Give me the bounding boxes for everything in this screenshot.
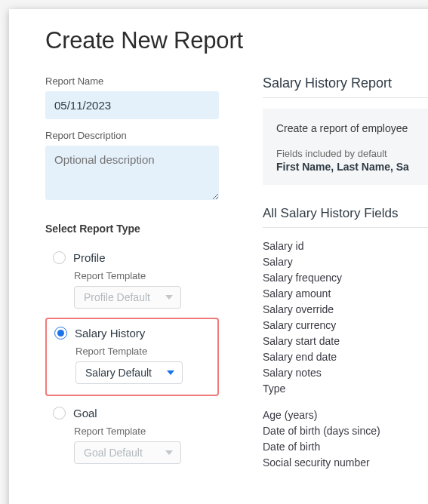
field-list-item: Salary frequency (263, 270, 428, 286)
template-label-goal: Report Template (74, 426, 211, 437)
template-select-goal[interactable]: Goal Default (74, 441, 181, 464)
preview-included-label: Fields included by default (276, 148, 426, 159)
report-type-profile: Profile Report Template Profile Default (45, 245, 219, 318)
field-list-item: Social security number (263, 455, 428, 471)
field-list-item: Salary end date (263, 349, 428, 365)
field-list-item: Type (263, 381, 428, 397)
field-list-item: Salary start date (263, 333, 428, 349)
preview-box: Create a report of employee Fields inclu… (263, 109, 428, 185)
report-description-label: Report Description (45, 130, 219, 141)
field-list-item: Salary (263, 254, 428, 270)
radio-icon (53, 407, 66, 419)
chevron-down-icon (165, 450, 173, 455)
select-report-type-label: Select Report Type (45, 223, 219, 235)
report-name-input[interactable] (45, 91, 219, 119)
form-column: Report Name Report Description Select Re… (45, 75, 219, 473)
field-list-item: Salary id (263, 238, 428, 254)
preview-title: Salary History Report (263, 75, 428, 98)
field-list-item: Salary amount (263, 286, 428, 302)
radio-label-profile: Profile (73, 251, 106, 264)
all-fields-title: All Salary History Fields (263, 206, 428, 228)
radio-salary-history[interactable]: Salary History (54, 327, 210, 340)
field-list-item: Salary override (263, 302, 428, 318)
radio-goal[interactable]: Goal (53, 407, 211, 419)
chevron-down-icon (165, 295, 173, 300)
field-list-item: Age (years) (263, 407, 428, 423)
preview-column: Salary History Report Create a report of… (263, 75, 428, 473)
report-type-salary-history: Salary History Report Template Salary De… (45, 318, 219, 396)
report-type-goal: Goal Report Template Goal Default (45, 401, 219, 473)
field-list-item: Date of birth (263, 439, 428, 455)
report-name-label: Report Name (45, 75, 219, 87)
template-select-profile-value: Profile Default (84, 291, 150, 303)
template-label-profile: Report Template (74, 270, 211, 281)
field-list-item: Salary notes (263, 365, 428, 381)
radio-icon (53, 251, 66, 264)
template-select-profile[interactable]: Profile Default (74, 286, 181, 309)
create-report-panel: Create New Report Report Name Report Des… (9, 9, 428, 504)
template-select-salary[interactable]: Salary Default (75, 361, 183, 384)
field-list-gap (263, 397, 428, 407)
template-label-salary: Report Template (75, 346, 210, 357)
page-title: Create New Report (45, 27, 428, 54)
preview-description: Create a report of employee (276, 122, 426, 134)
report-description-input[interactable] (45, 146, 219, 200)
field-list-item: Salary currency (263, 318, 428, 333)
report-type-radio-group: Profile Report Template Profile Default … (45, 245, 219, 473)
chevron-down-icon (167, 370, 174, 375)
template-select-goal-value: Goal Default (84, 447, 143, 459)
radio-icon (54, 327, 67, 340)
preview-included-fields: First Name, Last Name, Sa (276, 161, 426, 173)
radio-label-goal: Goal (73, 407, 97, 419)
field-list-item: Date of birth (days since) (263, 423, 428, 439)
radio-profile[interactable]: Profile (53, 251, 211, 264)
all-fields-list: Salary idSalarySalary frequencySalary am… (263, 238, 428, 471)
radio-label-salary: Salary History (75, 327, 145, 340)
template-select-salary-value: Salary Default (85, 367, 152, 379)
